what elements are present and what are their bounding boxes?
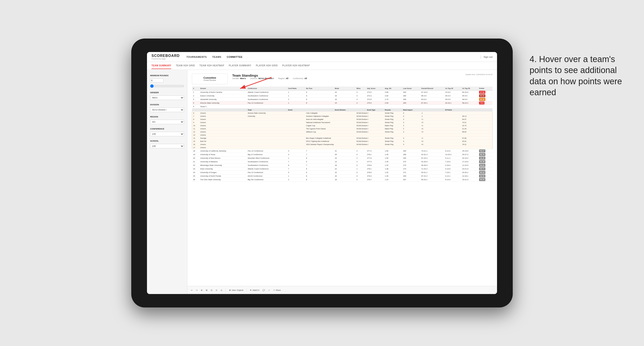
- tooltip-row: 11 Univers The Cypress Point Classic NCA…: [192, 127, 492, 130]
- sub-nav: TEAM SUMMARY TEAM H2H GRID TEAM H2H HEAT…: [147, 62, 497, 70]
- tooltip-row: 15 East Ter DFCC Fighting Illini Invitat…: [192, 140, 492, 143]
- points-badge[interactable]: 97.02: [479, 91, 485, 94]
- table-row: 26 The Ohio State University Big Ten Con…: [192, 178, 492, 181]
- tab-team-h2h-heatmap[interactable]: TEAM H2H HEATMAP: [200, 62, 224, 69]
- standings-title: Team Standings: [232, 73, 307, 77]
- tooltip-header-row: Team Event Event Division Event Type Rou…: [192, 108, 492, 112]
- points-badge[interactable]: 88.81: [479, 164, 485, 167]
- col-points: Points: [478, 86, 492, 91]
- undo-button[interactable]: ↩: [191, 289, 193, 291]
- nav-committee[interactable]: COMMITTEE: [227, 55, 242, 59]
- tab-team-summary[interactable]: TEAM SUMMARY: [152, 62, 171, 69]
- division-title: Division: [150, 104, 184, 106]
- gender-filter: Gender: Men's: [232, 77, 246, 80]
- col-school: School: [199, 86, 246, 91]
- tab-player-h2h-grid[interactable]: PLAYER H2H GRID: [256, 62, 278, 69]
- tab-player-h2h-heatmap[interactable]: PLAYER H2H HEATMAP: [282, 62, 310, 69]
- table-row: 5 Texas T...: [192, 105, 492, 108]
- nav-divider: |: [480, 55, 481, 59]
- gender-select[interactable]: Men's Women's: [150, 95, 184, 100]
- layout-button[interactable]: ⊡: [211, 289, 212, 291]
- committee-portal-sub: Portal Review: [204, 79, 216, 81]
- tooltip-row: 10 Univers Copper Cup NCAA Division I Ma…: [192, 124, 492, 127]
- sign-out-link[interactable]: Sign out: [484, 56, 492, 58]
- table-row: 24 University of Oregon Pac-12 Conferenc…: [192, 171, 492, 174]
- school-title: School: [150, 140, 184, 142]
- min-rounds-slider[interactable]: [150, 84, 184, 88]
- table-row: 21 University of Alabama Southeastern Co…: [192, 160, 492, 164]
- conference-select[interactable]: (All): [150, 132, 184, 136]
- conference-title: Conference: [150, 128, 184, 130]
- committee-portal-title: Committee: [204, 76, 216, 79]
- col-vs50: Vs Top 50: [461, 86, 478, 91]
- main-content: Minimum Rounds Gender Men's Women's Divi…: [147, 70, 497, 294]
- content-header: Committee Portal Review Team Standings G…: [192, 73, 492, 84]
- school-select[interactable]: (All): [150, 144, 184, 148]
- bottom-toolbar: ↩ ↪ ⊕ ⊞ ⊡ ⊙ ◷ 🖥 View: Original 👁 Wa: [187, 286, 497, 294]
- gender-title: Gender: [150, 91, 184, 94]
- col-bnds: Bnds: [334, 86, 356, 91]
- col-adj-score: Adj. Score: [366, 86, 384, 91]
- view-button[interactable]: 🖥 View: Original: [229, 289, 243, 291]
- points-badge[interactable]: 88.71: [479, 168, 485, 170]
- table-row: 25 University of North Florida ASUN Conf…: [192, 174, 492, 178]
- settings-button[interactable]: ⊙: [216, 289, 218, 291]
- view-icon: 🖥: [229, 289, 231, 291]
- left-panel: Minimum Rounds Gender Men's Women's Divi…: [147, 70, 187, 294]
- tablet-frame: SCOREBOARD Powered by clippi TOURNAMENTS…: [131, 38, 513, 308]
- points-badge[interactable]: 88.07: [479, 150, 485, 152]
- min-rounds-section: Minimum Rounds: [150, 74, 184, 88]
- nav-tournaments[interactable]: TOURNAMENTS: [186, 55, 207, 59]
- points-badge[interactable]: 88.49: [479, 157, 485, 160]
- table-header-row: # School Conference Conf Rank No Tour Bn…: [192, 86, 492, 91]
- expand-button[interactable]: ⤢: [268, 289, 270, 291]
- right-panel: Committee Portal Review Team Standings G…: [187, 70, 497, 294]
- points-badge[interactable]: 90.32: [479, 98, 485, 101]
- points-badge[interactable]: 88.70: [479, 153, 485, 156]
- grid-button[interactable]: ⊞: [206, 289, 208, 291]
- points-badge-highlighted[interactable]: 79.5: [479, 102, 484, 104]
- region-select[interactable]: N/A East West: [150, 120, 184, 124]
- watch-button[interactable]: 👁 Watch ▾: [250, 289, 260, 291]
- share-button[interactable]: ↗ Share: [273, 289, 281, 291]
- main-nav: TOURNAMENTS TEAMS COMMITTEE: [186, 55, 478, 59]
- tooltip-row: 16 Univers 2023 Sahalee Players Champion…: [192, 143, 492, 146]
- logo-sub: Powered by clippi: [152, 58, 180, 60]
- comment-button[interactable]: 💬: [262, 289, 265, 291]
- tooltip-row: 8 Univers Amer An Intercollegiate NCAA D…: [192, 118, 492, 121]
- table-row: 23 Duke University Atlantic Coast Confer…: [192, 167, 492, 171]
- table-row: 1 University of North Carolina Atlantic …: [192, 91, 492, 94]
- tooltip-row: 13 Univers: [192, 134, 492, 137]
- logo: SCOREBOARD: [152, 54, 180, 58]
- col-conference: Conference: [246, 86, 287, 91]
- clock-button[interactable]: ◷: [220, 289, 222, 291]
- points-badge[interactable]: 93.31: [479, 94, 485, 97]
- school-section: School (All): [150, 140, 184, 148]
- points-badge[interactable]: 88.16: [479, 171, 485, 174]
- division-section: Division NCAA Division I NCAA Division I…: [150, 104, 184, 112]
- logo-area: SCOREBOARD Powered by clippi: [152, 54, 180, 60]
- col-no-tour: No Tour: [305, 86, 334, 91]
- region-section: Region N/A East West: [150, 116, 184, 124]
- col-conf-rank: Conf Rank: [287, 86, 305, 91]
- annotation-text: 4. Hover over a team's points to see add…: [530, 54, 624, 98]
- col-wins: Wins: [356, 86, 366, 91]
- nav-teams[interactable]: TEAMS: [212, 55, 221, 59]
- update-time: Update time: 13/03/2024 10:03:42: [466, 73, 492, 76]
- share-icon: ↗: [273, 289, 275, 291]
- tab-player-summary[interactable]: PLAYER SUMMARY: [229, 62, 251, 69]
- min-rounds-title: Minimum Rounds: [150, 74, 184, 77]
- table-row: 19 University of Texas Big 12 Conference…: [192, 153, 492, 157]
- division-filter: Division: NCAA Division I: [250, 77, 274, 80]
- eye-icon: 👁: [250, 289, 252, 291]
- tab-team-h2h-grid[interactable]: TEAM H2H GRID: [176, 62, 195, 69]
- points-badge[interactable]: 88.99: [479, 174, 485, 177]
- top-nav: SCOREBOARD Powered by clippi TOURNAMENTS…: [147, 52, 497, 62]
- division-select[interactable]: NCAA Division I NCAA Division II NCAA Di…: [150, 108, 184, 112]
- table-row: 4 Arizona State University Pac-12 Confer…: [192, 101, 492, 105]
- redo-button[interactable]: ↪: [196, 289, 198, 291]
- add-button[interactable]: ⊕: [201, 289, 202, 291]
- min-rounds-input[interactable]: [150, 78, 164, 82]
- points-badge[interactable]: 88.48: [479, 160, 485, 163]
- points-badge[interactable]: 88.94: [479, 178, 485, 181]
